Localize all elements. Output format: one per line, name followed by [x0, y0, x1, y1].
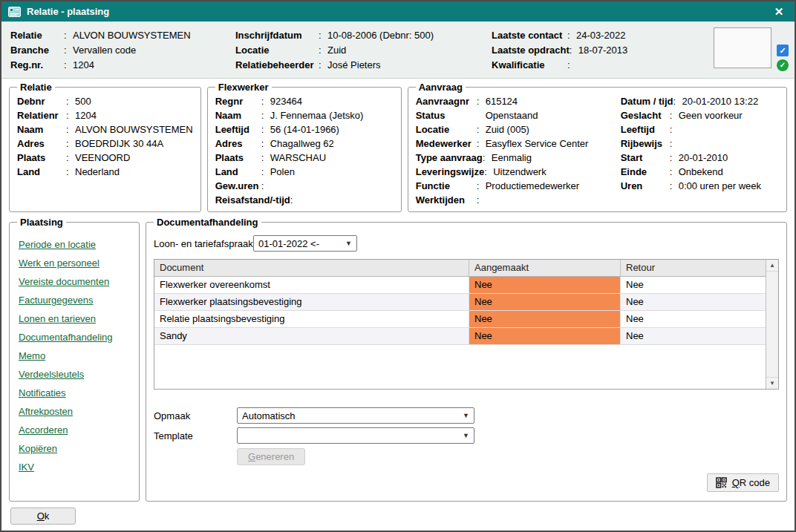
selected-value: Automatisch [242, 410, 457, 421]
field-label: Leveringswijze [416, 165, 484, 179]
aanvraag-legend: Aanvraag [416, 82, 466, 93]
table-row[interactable]: Relatie plaatsingsbevestiging Nee Nee [154, 311, 766, 328]
field-row: Land:Polen [215, 165, 394, 179]
column-header-aangemaakt[interactable]: Aangemaakt [469, 260, 621, 276]
field-label: Land [215, 165, 261, 179]
cell-aangemaakt[interactable]: Nee [469, 328, 621, 344]
column-header-document[interactable]: Document [154, 260, 469, 276]
sidebar-item-factuurgegevens[interactable]: Factuurgegevens [19, 291, 131, 309]
field-row: Leveringswijze:Uitzendwerk [416, 165, 621, 179]
sidebar-item-ikv[interactable]: IKV [19, 458, 131, 476]
sidebar-item-notificaties[interactable]: Notificaties [19, 384, 131, 402]
cell-aangemaakt[interactable]: Nee [469, 277, 621, 293]
field-label: Adres [215, 137, 261, 151]
cell-document[interactable]: Sandy [154, 328, 469, 344]
titlebar[interactable]: Relatie - plaatsing ✕ [1, 1, 795, 22]
field-value: ALVON BOUWSYSTEMEN [73, 28, 191, 43]
window-icon [8, 7, 21, 17]
field-label: Functie [416, 179, 477, 193]
sidebar-item-vereiste-documenten[interactable]: Vereiste documenten [19, 272, 131, 291]
cell-retour[interactable]: Nee [621, 277, 766, 293]
field-value: 20-01-2010 [679, 151, 728, 165]
sidebar-item-kopieren[interactable]: Kopiëren [19, 439, 131, 458]
detail-row: Plaatsing Periode en locatie Werk en per… [9, 217, 787, 502]
field-value: 1204 [75, 108, 97, 122]
field-row: Type aanvraag:Eenmalig [416, 151, 621, 165]
sidebar-item-lonen-en-tarieven[interactable]: Lonen en tarieven [19, 309, 131, 328]
field-value: 10-08-2006 (Debnr: 500) [327, 28, 434, 43]
blue-checkbox[interactable]: ✓ [777, 45, 789, 56]
field-label: Leeftijd [621, 122, 670, 137]
sidebar-item-accorderen[interactable]: Accorderen [19, 421, 131, 439]
field-label: Medewerker [416, 137, 477, 151]
field-label: Einde [621, 165, 670, 179]
field-row: Adres:Chagallweg 62 [215, 137, 394, 151]
column-header-retour[interactable]: Retour [621, 260, 766, 276]
cell-retour[interactable]: Nee [621, 294, 766, 310]
field-row: Laatste opdracht:18-07-2013 [492, 43, 714, 58]
field-row: Datum / tijd:20-01-2010 13:22 [621, 94, 779, 108]
cell-document[interactable]: Relatie plaatsingsbevestiging [154, 311, 469, 327]
template-label: Template [154, 430, 237, 441]
cell-aangemaakt[interactable]: Nee [469, 294, 621, 310]
dialog-relatie-plaatsing: Relatie - plaatsing ✕ Relatie:ALVON BOUW… [0, 0, 796, 532]
field-value: Chagallweg 62 [270, 137, 334, 151]
table-header-row: Document Aangemaakt Retour [154, 260, 766, 277]
template-select[interactable]: ▼ [237, 427, 474, 444]
field-value: Vervallen code [73, 43, 136, 58]
cell-aangemaakt[interactable]: Nee [469, 311, 621, 327]
field-label: Locatie [235, 43, 319, 58]
field-label: Gew.uren [215, 179, 261, 193]
sidebar-item-memo[interactable]: Memo [19, 347, 131, 365]
sidebar-item-werk-en-personeel[interactable]: Werk en personeel [19, 254, 131, 272]
sidebar-item-periode-en-locatie[interactable]: Periode en locatie [19, 235, 131, 254]
field-value: Openstaand [486, 108, 538, 122]
field-label: Reisafstand/-tijd [215, 193, 290, 207]
field-row: Locatie:Zuid [235, 43, 492, 58]
qr-icon [716, 477, 727, 488]
header-column-inschrijving: Inschrijfdatum:10-08-2006 (Debnr: 500) L… [235, 28, 492, 73]
qr-code-label: QR code [732, 477, 770, 488]
field-value: BOEDRDIJK 30 44A [75, 137, 163, 151]
field-label: Naam [17, 122, 66, 137]
qr-code-button[interactable]: QR code [707, 473, 779, 492]
field-value: J. Fennemaa (Jetsko) [270, 108, 364, 122]
sidebar-item-aftrekposten[interactable]: Aftrekposten [19, 402, 131, 421]
field-label: Naam [215, 108, 261, 122]
scroll-up-icon[interactable]: ▲ [766, 260, 778, 272]
loon-tariefafspraak-select[interactable]: 01-01-2022 <- ▼ [253, 235, 357, 252]
cell-retour[interactable]: Nee [621, 311, 766, 327]
ok-button[interactable]: Ok [10, 508, 76, 525]
chevron-down-icon: ▼ [345, 240, 352, 247]
vertical-scrollbar[interactable]: ▲ ▼ [766, 260, 778, 389]
field-row: Laatste contact:24-03-2022 [492, 28, 714, 43]
sidebar-item-verdeelsleutels[interactable]: Verdeelsleutels [19, 365, 131, 384]
field-value: Eenmalig [492, 151, 532, 165]
table-row[interactable]: Sandy Nee Nee [154, 328, 766, 345]
scroll-down-icon[interactable]: ▼ [766, 377, 778, 389]
field-label: Inschrijfdatum [235, 28, 319, 43]
opmaak-select[interactable]: Automatisch ▼ [237, 407, 474, 424]
cell-document[interactable]: Flexwerker overeenkomst [154, 277, 469, 293]
info-header: Relatie:ALVON BOUWSYSTEMEN Branche:Verva… [1, 22, 795, 79]
field-value: 500 [75, 94, 91, 108]
close-icon[interactable]: ✕ [770, 1, 788, 22]
field-row: StatusOpenstaand [416, 108, 621, 122]
field-value: WARSCHAU [270, 151, 326, 165]
document-table: Document Aangemaakt Retour Flexwerker ov… [154, 259, 779, 390]
cell-document[interactable]: Flexwerker plaatsingsbevestiging [154, 294, 469, 310]
cell-retour[interactable]: Nee [621, 328, 766, 344]
field-row: Medewerker:Easyflex Service Center [416, 137, 621, 151]
relatie-groupbox: Relatie Debnr:500 Relatienr:1204 Naam:AL… [9, 82, 201, 212]
field-label: Start [621, 151, 670, 165]
field-label: Relatienr [17, 108, 66, 122]
field-label: Kwalificatie [492, 58, 567, 73]
genereren-button[interactable]: Genereren [237, 448, 305, 465]
field-value: 18-07-2013 [578, 43, 628, 58]
field-label: Relatie [10, 28, 64, 43]
sidebar-item-documentafhandeling[interactable]: Documentafhandeling [19, 328, 131, 347]
table-row[interactable]: Flexwerker overeenkomst Nee Nee [154, 277, 766, 294]
table-row[interactable]: Flexwerker plaatsingsbevestiging Nee Nee [154, 294, 766, 311]
field-value: 0:00 uren per week [679, 179, 761, 193]
field-value: ALVON BOUWSYSTEMEN [75, 122, 193, 137]
